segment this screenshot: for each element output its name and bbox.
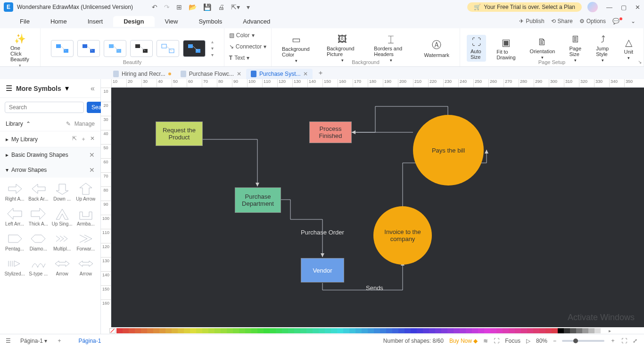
color-swatch[interactable] xyxy=(435,328,441,333)
color-swatch[interactable] xyxy=(221,328,227,333)
color-swatch[interactable] xyxy=(392,328,398,333)
color-swatch[interactable] xyxy=(313,328,319,333)
orientation-button[interactable]: 🗎Orientation▾ xyxy=(526,35,559,62)
text-button[interactable]: T Text ▾ xyxy=(227,54,251,62)
arrow-shape-item[interactable]: Up Sing... xyxy=(51,205,73,228)
color-swatch[interactable] xyxy=(509,328,515,333)
color-swatch[interactable] xyxy=(123,328,129,333)
color-swatch[interactable] xyxy=(215,328,221,333)
fullscreen-icon[interactable]: ⤢ xyxy=(633,338,637,344)
color-swatch[interactable] xyxy=(472,328,478,333)
color-swatch[interactable] xyxy=(300,328,306,333)
style-scroll-down-icon[interactable]: ▾ xyxy=(211,46,214,51)
search-input[interactable] xyxy=(5,102,84,113)
new-icon[interactable]: ⊞ xyxy=(176,3,182,11)
buy-now-button[interactable]: Buy Now ◆ xyxy=(449,338,478,344)
style-preset-3[interactable] xyxy=(104,40,126,57)
basic-shapes-section[interactable]: ▸ Basic Drawing Shapes ✕ xyxy=(0,147,100,162)
color-swatch[interactable] xyxy=(331,328,337,333)
color-swatch[interactable] xyxy=(190,328,196,333)
color-swatch[interactable] xyxy=(423,328,429,333)
no-color-swatch[interactable] xyxy=(109,328,116,333)
color-swatch[interactable] xyxy=(466,328,472,333)
shape-request[interactable]: Request the Product xyxy=(156,121,203,146)
color-swatch[interactable] xyxy=(398,328,405,333)
color-swatch[interactable] xyxy=(147,328,153,333)
color-swatch[interactable] xyxy=(564,328,570,333)
undo-icon[interactable]: ↶ xyxy=(152,3,157,11)
color-swatch[interactable] xyxy=(337,328,343,333)
style-preset-5[interactable] xyxy=(157,40,179,57)
zoom-slider[interactable] xyxy=(562,340,604,342)
color-swatch[interactable] xyxy=(288,328,294,333)
color-swatch[interactable] xyxy=(558,328,564,333)
shape-pays-bill[interactable]: Pays the bill xyxy=(413,115,484,186)
color-swatch[interactable] xyxy=(349,328,355,333)
more-symbols-label[interactable]: More Symbols xyxy=(16,85,61,92)
color-swatch[interactable] xyxy=(496,328,503,333)
arrow-shape-item[interactable]: Down ... xyxy=(51,180,73,203)
zoom-out-icon[interactable]: − xyxy=(553,338,556,344)
style-preset-6[interactable] xyxy=(183,40,206,57)
color-swatch[interactable] xyxy=(441,328,447,333)
menu-chevron-icon[interactable]: ⌄ xyxy=(631,18,636,24)
presentation-icon[interactable]: ▷ xyxy=(526,338,530,344)
arrow-shape-item[interactable]: Right A... xyxy=(4,180,25,203)
zoom-in-icon[interactable]: ＋ xyxy=(610,337,616,345)
jump-style-button[interactable]: ⤴Jump Style▾ xyxy=(592,32,613,65)
color-swatch[interactable] xyxy=(270,328,276,333)
color-swatch[interactable] xyxy=(447,328,454,333)
color-swatch[interactable] xyxy=(405,328,411,333)
color-swatch[interactable] xyxy=(202,328,208,333)
arrow-shape-item[interactable]: Pentag... xyxy=(4,230,25,253)
color-swatch[interactable] xyxy=(319,328,325,333)
qat-more-icon[interactable]: ▾ xyxy=(247,3,250,11)
maximize-icon[interactable]: ▢ xyxy=(621,4,627,11)
arrow-shape-item[interactable]: Left Arr... xyxy=(4,205,25,228)
color-swatch[interactable] xyxy=(153,328,159,333)
arrow-shape-item[interactable]: Up Arrow xyxy=(75,180,97,203)
page-setup-launcher-icon[interactable]: ↘ xyxy=(638,59,642,65)
doc-tab-purchase-system[interactable]: Purchase Syst... ✕ xyxy=(246,69,313,79)
fit-page-icon[interactable]: ⛶ xyxy=(621,338,627,344)
close-tab-icon[interactable]: ✕ xyxy=(303,71,308,77)
style-preset-4[interactable] xyxy=(130,40,153,57)
edit-library-icon[interactable]: ✎ xyxy=(66,121,71,127)
color-swatch[interactable] xyxy=(460,328,466,333)
color-swatch[interactable] xyxy=(576,328,582,333)
color-swatch[interactable] xyxy=(165,328,172,333)
color-swatch[interactable] xyxy=(490,328,496,333)
auto-size-button[interactable]: ⛶Auto Size xyxy=(467,35,486,62)
color-swatch[interactable] xyxy=(515,328,521,333)
save-icon[interactable]: 💾 xyxy=(203,3,211,11)
style-gallery-expand-icon[interactable]: ▾ xyxy=(211,52,214,57)
color-swatch[interactable] xyxy=(294,328,300,333)
color-swatch[interactable] xyxy=(282,328,288,333)
color-swatch[interactable] xyxy=(245,328,251,333)
arrow-shape-item[interactable]: Multipl... xyxy=(51,230,73,253)
color-swatch[interactable] xyxy=(380,328,386,333)
add-page-icon[interactable]: ＋ xyxy=(57,337,62,345)
color-swatch[interactable] xyxy=(417,328,423,333)
chevron-down-icon[interactable]: ▾ xyxy=(65,84,69,93)
unit-button[interactable]: △Unit▾ xyxy=(620,35,637,62)
canvas[interactable]: Request the Product Process Finished Pay… xyxy=(111,88,644,327)
menu-insert[interactable]: Insert xyxy=(77,16,114,27)
arrow-shape-item[interactable]: Arrow xyxy=(75,255,97,278)
remove-lib-icon[interactable]: ✕ xyxy=(90,135,95,143)
style-scroll-up-icon[interactable]: ▴ xyxy=(211,39,214,44)
redo-icon[interactable]: ↷ xyxy=(164,3,170,11)
export-icon[interactable]: ⇱▾ xyxy=(231,3,240,11)
color-swatch[interactable] xyxy=(594,328,601,333)
color-swatch[interactable] xyxy=(172,328,178,333)
color-swatch[interactable] xyxy=(227,328,233,333)
color-swatch[interactable] xyxy=(582,328,588,333)
my-library-label[interactable]: My Library xyxy=(11,136,38,143)
more-colors-icon[interactable]: ▸ xyxy=(609,328,611,333)
color-swatch[interactable] xyxy=(484,328,490,333)
color-swatch[interactable] xyxy=(368,328,374,333)
print-icon[interactable]: 🖨 xyxy=(218,3,224,11)
close-window-icon[interactable]: ✕ xyxy=(635,4,640,11)
color-swatch[interactable] xyxy=(411,328,417,333)
menu-advanced[interactable]: Advanced xyxy=(232,16,281,27)
